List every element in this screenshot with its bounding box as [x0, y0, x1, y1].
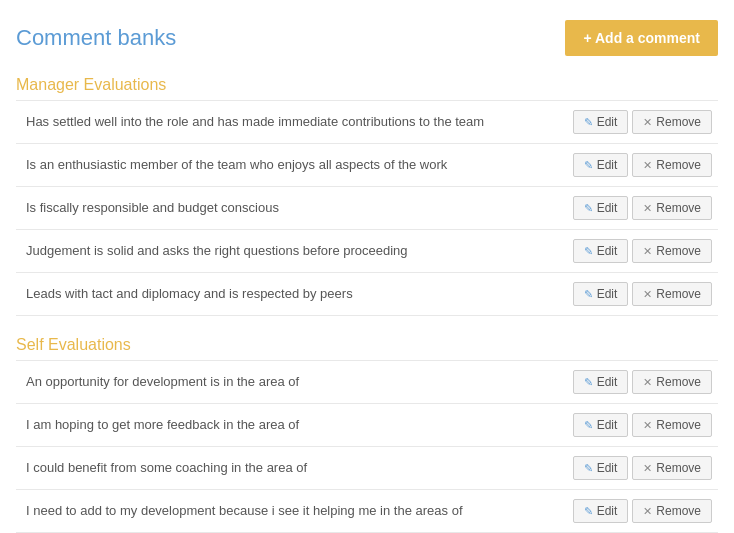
- comment-actions: ✎Edit✕Remove: [558, 144, 718, 187]
- comment-text: Leads with tact and diplomacy and is res…: [16, 273, 558, 316]
- table-row: Judgement is solid and asks the right qu…: [16, 230, 718, 273]
- remove-label: Remove: [656, 375, 701, 389]
- remove-button[interactable]: ✕Remove: [632, 196, 712, 220]
- comment-table-manager-evaluations: Has settled well into the role and has m…: [16, 100, 718, 316]
- edit-label: Edit: [597, 461, 618, 475]
- remove-button[interactable]: ✕Remove: [632, 413, 712, 437]
- edit-button[interactable]: ✎Edit: [573, 499, 629, 523]
- comment-actions: ✎Edit✕Remove: [558, 361, 718, 404]
- comment-actions: ✎Edit✕Remove: [558, 101, 718, 144]
- table-row: I am hoping to get more feedback in the …: [16, 404, 718, 447]
- comment-text: An opportunity for development is in the…: [16, 361, 558, 404]
- comment-actions: ✎Edit✕Remove: [558, 447, 718, 490]
- edit-icon: ✎: [584, 419, 593, 432]
- remove-button[interactable]: ✕Remove: [632, 499, 712, 523]
- table-row: I could benefit from some coaching in th…: [16, 447, 718, 490]
- edit-icon: ✎: [584, 376, 593, 389]
- edit-icon: ✎: [584, 116, 593, 129]
- remove-icon: ✕: [643, 376, 652, 389]
- comment-actions: ✎Edit✕Remove: [558, 490, 718, 533]
- table-row: Is fiscally responsible and budget consc…: [16, 187, 718, 230]
- edit-icon: ✎: [584, 462, 593, 475]
- comment-actions: ✎Edit✕Remove: [558, 230, 718, 273]
- remove-button[interactable]: ✕Remove: [632, 282, 712, 306]
- remove-button[interactable]: ✕Remove: [632, 153, 712, 177]
- remove-label: Remove: [656, 158, 701, 172]
- table-row: I need to add to my development because …: [16, 490, 718, 533]
- section-title-self-evaluations: Self Evaluations: [16, 336, 718, 354]
- remove-icon: ✕: [643, 419, 652, 432]
- edit-icon: ✎: [584, 245, 593, 258]
- edit-button[interactable]: ✎Edit: [573, 196, 629, 220]
- table-row: Is an enthusiastic member of the team wh…: [16, 144, 718, 187]
- page-container: Comment banks + Add a comment Manager Ev…: [0, 0, 734, 533]
- remove-label: Remove: [656, 115, 701, 129]
- edit-button[interactable]: ✎Edit: [573, 413, 629, 437]
- add-comment-button[interactable]: + Add a comment: [565, 20, 718, 56]
- remove-icon: ✕: [643, 159, 652, 172]
- remove-label: Remove: [656, 418, 701, 432]
- edit-label: Edit: [597, 201, 618, 215]
- page-title: Comment banks: [16, 25, 176, 51]
- table-row: An opportunity for development is in the…: [16, 361, 718, 404]
- edit-label: Edit: [597, 115, 618, 129]
- remove-label: Remove: [656, 461, 701, 475]
- page-header: Comment banks + Add a comment: [16, 20, 718, 56]
- remove-icon: ✕: [643, 288, 652, 301]
- remove-button[interactable]: ✕Remove: [632, 110, 712, 134]
- edit-icon: ✎: [584, 202, 593, 215]
- remove-icon: ✕: [643, 202, 652, 215]
- remove-label: Remove: [656, 287, 701, 301]
- comment-text: I could benefit from some coaching in th…: [16, 447, 558, 490]
- edit-icon: ✎: [584, 288, 593, 301]
- remove-button[interactable]: ✕Remove: [632, 370, 712, 394]
- remove-label: Remove: [656, 244, 701, 258]
- edit-button[interactable]: ✎Edit: [573, 282, 629, 306]
- edit-button[interactable]: ✎Edit: [573, 153, 629, 177]
- sections-container: Manager EvaluationsHas settled well into…: [16, 76, 718, 533]
- remove-label: Remove: [656, 504, 701, 518]
- remove-icon: ✕: [643, 245, 652, 258]
- comment-text: Is fiscally responsible and budget consc…: [16, 187, 558, 230]
- comment-text: I am hoping to get more feedback in the …: [16, 404, 558, 447]
- section-self-evaluations: Self EvaluationsAn opportunity for devel…: [16, 336, 718, 533]
- comment-actions: ✎Edit✕Remove: [558, 404, 718, 447]
- edit-label: Edit: [597, 375, 618, 389]
- edit-label: Edit: [597, 418, 618, 432]
- table-row: Leads with tact and diplomacy and is res…: [16, 273, 718, 316]
- edit-button[interactable]: ✎Edit: [573, 239, 629, 263]
- edit-button[interactable]: ✎Edit: [573, 370, 629, 394]
- edit-icon: ✎: [584, 505, 593, 518]
- comment-text: Is an enthusiastic member of the team wh…: [16, 144, 558, 187]
- remove-icon: ✕: [643, 462, 652, 475]
- edit-label: Edit: [597, 287, 618, 301]
- section-manager-evaluations: Manager EvaluationsHas settled well into…: [16, 76, 718, 316]
- remove-button[interactable]: ✕Remove: [632, 239, 712, 263]
- remove-icon: ✕: [643, 116, 652, 129]
- remove-icon: ✕: [643, 505, 652, 518]
- comment-text: Judgement is solid and asks the right qu…: [16, 230, 558, 273]
- table-row: Has settled well into the role and has m…: [16, 101, 718, 144]
- section-title-manager-evaluations: Manager Evaluations: [16, 76, 718, 94]
- remove-button[interactable]: ✕Remove: [632, 456, 712, 480]
- comment-actions: ✎Edit✕Remove: [558, 273, 718, 316]
- edit-label: Edit: [597, 244, 618, 258]
- edit-label: Edit: [597, 158, 618, 172]
- comment-text: Has settled well into the role and has m…: [16, 101, 558, 144]
- comment-table-self-evaluations: An opportunity for development is in the…: [16, 360, 718, 533]
- edit-label: Edit: [597, 504, 618, 518]
- remove-label: Remove: [656, 201, 701, 215]
- edit-icon: ✎: [584, 159, 593, 172]
- edit-button[interactable]: ✎Edit: [573, 110, 629, 134]
- comment-text: I need to add to my development because …: [16, 490, 558, 533]
- comment-actions: ✎Edit✕Remove: [558, 187, 718, 230]
- edit-button[interactable]: ✎Edit: [573, 456, 629, 480]
